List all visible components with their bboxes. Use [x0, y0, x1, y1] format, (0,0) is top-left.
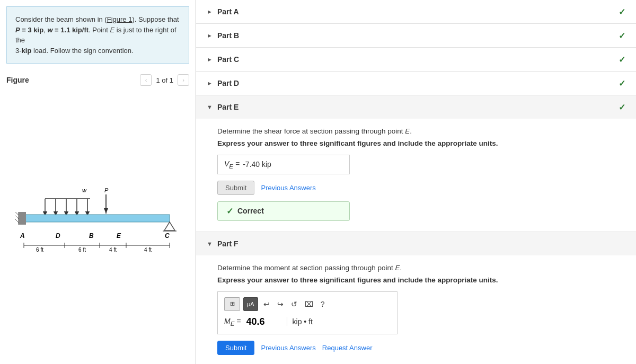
part-c-section: ► Part C ✓ — [196, 48, 636, 72]
math-keyboard-button[interactable]: ⌧ — [303, 299, 315, 309]
math-ua-button[interactable]: μA — [243, 297, 258, 311]
problem-description: Consider the beam shown in (Figure 1). S… — [6, 6, 189, 64]
beam-svg: w P — [13, 183, 183, 268]
part-e-label: Part E — [217, 103, 238, 111]
part-f-bold-instruction: Express your answer to three significant… — [217, 276, 615, 284]
figure-title: Figure — [6, 76, 29, 84]
part-e-action-row: Submit Previous Answers — [217, 181, 615, 195]
part-f-header[interactable]: ▼ Part F — [196, 232, 636, 255]
correct-label: Correct — [237, 207, 264, 215]
figure-navigation: ‹ 1 of 1 › — [140, 74, 189, 86]
part-f-var: ME = — [224, 317, 241, 327]
dim-label-ad: 6 ft — [36, 247, 43, 253]
wall-support — [19, 212, 26, 225]
part-d-header[interactable]: ► Part D ✓ — [196, 72, 636, 95]
part-a-chevron: ► — [207, 8, 212, 15]
math-help-button[interactable]: ? — [319, 299, 327, 309]
left-panel: Consider the beam shown in (Figure 1). S… — [0, 0, 196, 364]
hatch2 — [15, 216, 19, 219]
math-toolbar: ⊞ μA ↩ ↪ ↺ ⌧ ? — [224, 297, 391, 311]
part-c-header[interactable]: ► Part C ✓ — [196, 48, 636, 71]
part-f-action-row: Submit Previous Answers Request Answer — [217, 341, 615, 355]
math-undo-button[interactable]: ↩ — [261, 299, 272, 309]
part-f-instruction: Determine the moment at section passing … — [217, 264, 615, 272]
part-e-var: VE = — [224, 159, 240, 170]
part-a-section: ► Part A ✓ — [196, 0, 636, 24]
hatch1 — [15, 212, 19, 215]
part-f-label: Part F — [217, 239, 238, 248]
part-e-submit-button[interactable]: Submit — [217, 181, 254, 195]
math-refresh-button[interactable]: ↺ — [289, 299, 299, 309]
part-f-content: Determine the moment at section passing … — [196, 255, 636, 364]
figure-area: Figure ‹ 1 of 1 › w P — [0, 70, 196, 364]
part-f-value-input[interactable] — [244, 315, 287, 329]
part-f-unit: kip • ft — [287, 317, 313, 326]
point-b-label: B — [89, 232, 94, 239]
beam-body — [24, 215, 170, 222]
part-f-chevron: ▼ — [207, 241, 212, 247]
part-a-header[interactable]: ► Part A ✓ — [196, 0, 636, 23]
part-f-math-input-container: ⊞ μA ↩ ↪ ↺ ⌧ ? ME = kip • ft — [217, 291, 398, 334]
part-e-check: ✓ — [619, 102, 625, 112]
part-b-chevron: ► — [207, 32, 212, 39]
part-c-label: Part C — [217, 55, 239, 64]
dim-label-ec: 4 ft — [144, 247, 152, 253]
part-e-content: Determine the shear force at section pas… — [196, 119, 636, 232]
part-b-check: ✓ — [619, 31, 625, 41]
part-d-section: ► Part D ✓ — [196, 72, 636, 95]
part-e-instruction: Determine the shear force at section pas… — [217, 127, 615, 135]
part-b-section: ► Part B ✓ — [196, 24, 636, 48]
problem-math2: w = 1.1 kip/ft — [47, 26, 89, 34]
math-input-row: ME = kip • ft — [224, 315, 391, 329]
load-p-label: P — [104, 187, 109, 193]
part-c-check: ✓ — [619, 55, 625, 65]
part-e-correct-badge: ✓ Correct — [217, 201, 350, 221]
part-b-header[interactable]: ► Part B ✓ — [196, 24, 636, 47]
load-w-label: w — [82, 187, 87, 193]
point-c-label: C — [165, 232, 170, 239]
part-e-answer-box: VE = -7.40 kip — [217, 155, 350, 174]
point-load-arrowhead — [104, 208, 108, 214]
point-a-label: A — [20, 232, 25, 239]
part-f-section: ▼ Part F Determine the moment at section… — [196, 232, 636, 364]
part-b-label: Part B — [217, 31, 239, 40]
part-c-chevron: ► — [207, 56, 212, 63]
pin-support — [164, 222, 175, 230]
part-f-prev-answers-button[interactable]: Previous Answers — [261, 344, 315, 352]
part-e-prev-answers-button[interactable]: Previous Answers — [261, 184, 315, 192]
math-redo-button[interactable]: ↪ — [275, 299, 286, 309]
part-e-answer-value: -7.40 kip — [243, 160, 271, 168]
part-f-request-answer-button[interactable]: Request Answer — [322, 344, 373, 352]
figure-page: 1 of 1 — [156, 76, 173, 84]
hatch3 — [15, 219, 19, 223]
point-d-label: D — [56, 232, 60, 239]
figure-header: Figure ‹ 1 of 1 › — [6, 74, 189, 86]
part-e-header[interactable]: ▼ Part E ✓ — [196, 95, 636, 119]
part-d-check: ✓ — [619, 78, 625, 88]
part-e-section: ▼ Part E ✓ Determine the shear force at … — [196, 95, 636, 232]
dim-label-be: 4 ft — [109, 247, 117, 253]
part-f-unit-inner: kip • ft — [293, 317, 313, 326]
part-d-label: Part D — [217, 79, 239, 87]
part-a-check: ✓ — [619, 7, 625, 17]
correct-check-icon: ✓ — [226, 206, 233, 216]
prev-figure-button[interactable]: ‹ — [140, 74, 152, 86]
math-grid-button[interactable]: ⊞ — [224, 297, 240, 311]
point-e-label: E — [117, 232, 121, 239]
figure-link[interactable]: Figure 1 — [107, 15, 132, 23]
beam-diagram: w P — [6, 90, 189, 360]
dim-label-db: 6 ft — [78, 247, 86, 253]
problem-math: P = 3 kip — [15, 26, 43, 34]
part-e-chevron: ▼ — [207, 104, 212, 110]
right-panel: ► Part A ✓ ► Part B ✓ ► Part C ✓ ► Part … — [196, 0, 636, 364]
part-a-label: Part A — [217, 7, 239, 16]
part-d-chevron: ► — [207, 80, 212, 86]
part-f-submit-button[interactable]: Submit — [217, 341, 254, 355]
next-figure-button[interactable]: › — [178, 74, 189, 86]
part-e-bold-instruction: Express your answer to three significant… — [217, 139, 615, 147]
